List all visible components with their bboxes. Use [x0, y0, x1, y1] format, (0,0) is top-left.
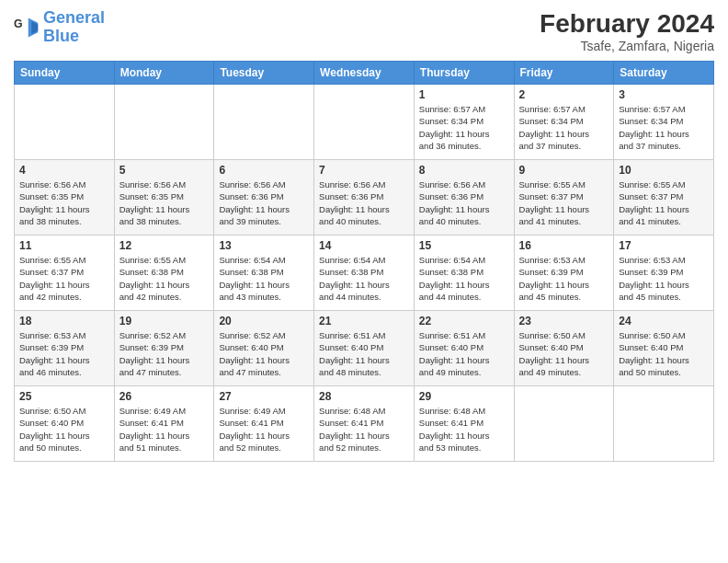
calendar-week-2: 4Sunrise: 6:56 AM Sunset: 6:35 PM Daylig…: [15, 160, 714, 236]
day-info: Sunrise: 6:50 AM Sunset: 6:40 PM Dayligh…: [619, 329, 709, 378]
day-number: 12: [119, 239, 210, 252]
day-number: 8: [419, 164, 509, 177]
day-number: 25: [19, 390, 109, 403]
calendar-cell: 4Sunrise: 6:56 AM Sunset: 6:35 PM Daylig…: [15, 160, 115, 236]
weekday-header-friday: Friday: [514, 62, 614, 85]
title-block: February 2024 Tsafe, Zamfara, Nigeria: [540, 9, 714, 53]
weekday-header-wednesday: Wednesday: [314, 62, 415, 85]
calendar-cell: 1Sunrise: 6:57 AM Sunset: 6:34 PM Daylig…: [414, 85, 514, 160]
day-number: 20: [219, 315, 309, 327]
calendar-cell: 5Sunrise: 6:56 AM Sunset: 6:35 PM Daylig…: [114, 160, 214, 236]
day-number: 4: [19, 164, 109, 177]
day-info: Sunrise: 6:57 AM Sunset: 6:34 PM Dayligh…: [619, 103, 709, 152]
day-info: Sunrise: 6:55 AM Sunset: 6:37 PM Dayligh…: [19, 254, 109, 303]
calendar-cell: 21Sunrise: 6:51 AM Sunset: 6:40 PM Dayli…: [314, 311, 415, 386]
calendar-cell: 11Sunrise: 6:55 AM Sunset: 6:37 PM Dayli…: [15, 236, 115, 311]
logo-icon: G: [14, 15, 40, 40]
day-info: Sunrise: 6:50 AM Sunset: 6:40 PM Dayligh…: [519, 329, 609, 378]
calendar-cell: 26Sunrise: 6:49 AM Sunset: 6:41 PM Dayli…: [114, 386, 214, 462]
day-number: 15: [419, 239, 509, 252]
calendar-cell: 6Sunrise: 6:56 AM Sunset: 6:36 PM Daylig…: [214, 160, 314, 236]
day-info: Sunrise: 6:54 AM Sunset: 6:38 PM Dayligh…: [419, 254, 509, 303]
calendar-cell: [314, 85, 415, 160]
day-info: Sunrise: 6:55 AM Sunset: 6:37 PM Dayligh…: [519, 178, 609, 227]
calendar-cell: 25Sunrise: 6:50 AM Sunset: 6:40 PM Dayli…: [15, 386, 115, 462]
day-info: Sunrise: 6:56 AM Sunset: 6:36 PM Dayligh…: [219, 178, 309, 227]
calendar-week-4: 18Sunrise: 6:53 AM Sunset: 6:39 PM Dayli…: [15, 311, 714, 386]
calendar-cell: 27Sunrise: 6:49 AM Sunset: 6:41 PM Dayli…: [214, 386, 314, 462]
day-number: 3: [619, 88, 709, 101]
day-info: Sunrise: 6:56 AM Sunset: 6:35 PM Dayligh…: [119, 178, 210, 227]
calendar-cell: 15Sunrise: 6:54 AM Sunset: 6:38 PM Dayli…: [414, 236, 514, 311]
calendar-table: SundayMondayTuesdayWednesdayThursdayFrid…: [14, 61, 714, 462]
day-info: Sunrise: 6:53 AM Sunset: 6:39 PM Dayligh…: [19, 329, 109, 378]
day-number: 9: [519, 164, 609, 177]
day-number: 28: [319, 390, 409, 403]
calendar-cell: 29Sunrise: 6:48 AM Sunset: 6:41 PM Dayli…: [414, 386, 514, 462]
day-number: 5: [119, 164, 210, 177]
calendar-cell: [15, 85, 115, 160]
weekday-header-sunday: Sunday: [15, 62, 115, 85]
logo-text: General Blue: [43, 9, 105, 46]
weekday-header-tuesday: Tuesday: [214, 62, 314, 85]
day-number: 11: [19, 239, 109, 252]
calendar-cell: 13Sunrise: 6:54 AM Sunset: 6:38 PM Dayli…: [214, 236, 314, 311]
calendar-cell: 14Sunrise: 6:54 AM Sunset: 6:38 PM Dayli…: [314, 236, 415, 311]
day-number: 10: [619, 164, 709, 177]
month-year-title: February 2024: [540, 9, 714, 39]
day-number: 21: [319, 315, 409, 327]
logo: G General Blue: [14, 9, 105, 46]
day-number: 16: [519, 239, 609, 252]
day-info: Sunrise: 6:48 AM Sunset: 6:41 PM Dayligh…: [319, 405, 409, 454]
day-number: 29: [419, 390, 509, 403]
day-info: Sunrise: 6:57 AM Sunset: 6:34 PM Dayligh…: [419, 103, 509, 152]
calendar-cell: 7Sunrise: 6:56 AM Sunset: 6:36 PM Daylig…: [314, 160, 415, 236]
day-number: 19: [119, 315, 210, 327]
day-info: Sunrise: 6:49 AM Sunset: 6:41 PM Dayligh…: [219, 405, 309, 454]
weekday-header-thursday: Thursday: [414, 62, 514, 85]
calendar-cell: 3Sunrise: 6:57 AM Sunset: 6:34 PM Daylig…: [614, 85, 714, 160]
day-number: 23: [519, 315, 609, 327]
day-number: 24: [619, 315, 709, 327]
day-number: 17: [619, 239, 709, 252]
day-info: Sunrise: 6:57 AM Sunset: 6:34 PM Dayligh…: [519, 103, 609, 152]
calendar-cell: 2Sunrise: 6:57 AM Sunset: 6:34 PM Daylig…: [514, 85, 614, 160]
day-info: Sunrise: 6:54 AM Sunset: 6:38 PM Dayligh…: [319, 254, 409, 303]
calendar-cell: 17Sunrise: 6:53 AM Sunset: 6:39 PM Dayli…: [614, 236, 714, 311]
calendar-cell: 16Sunrise: 6:53 AM Sunset: 6:39 PM Dayli…: [514, 236, 614, 311]
calendar-cell: [214, 85, 314, 160]
calendar-cell: [514, 386, 614, 462]
calendar-cell: 18Sunrise: 6:53 AM Sunset: 6:39 PM Dayli…: [15, 311, 115, 386]
weekday-header-saturday: Saturday: [614, 62, 714, 85]
day-info: Sunrise: 6:49 AM Sunset: 6:41 PM Dayligh…: [119, 405, 210, 454]
logo-line2: Blue: [43, 28, 105, 46]
calendar-cell: 23Sunrise: 6:50 AM Sunset: 6:40 PM Dayli…: [514, 311, 614, 386]
calendar-cell: 12Sunrise: 6:55 AM Sunset: 6:38 PM Dayli…: [114, 236, 214, 311]
calendar-cell: 22Sunrise: 6:51 AM Sunset: 6:40 PM Dayli…: [414, 311, 514, 386]
calendar-cell: 10Sunrise: 6:55 AM Sunset: 6:37 PM Dayli…: [614, 160, 714, 236]
day-number: 1: [419, 88, 509, 101]
day-number: 27: [219, 390, 309, 403]
calendar-week-5: 25Sunrise: 6:50 AM Sunset: 6:40 PM Dayli…: [15, 386, 714, 462]
day-number: 6: [219, 164, 309, 177]
calendar-cell: 28Sunrise: 6:48 AM Sunset: 6:41 PM Dayli…: [314, 386, 415, 462]
day-info: Sunrise: 6:54 AM Sunset: 6:38 PM Dayligh…: [219, 254, 309, 303]
calendar-cell: [614, 386, 714, 462]
calendar-cell: 24Sunrise: 6:50 AM Sunset: 6:40 PM Dayli…: [614, 311, 714, 386]
day-info: Sunrise: 6:53 AM Sunset: 6:39 PM Dayligh…: [519, 254, 609, 303]
day-info: Sunrise: 6:53 AM Sunset: 6:39 PM Dayligh…: [619, 254, 709, 303]
calendar-week-3: 11Sunrise: 6:55 AM Sunset: 6:37 PM Dayli…: [15, 236, 714, 311]
day-number: 18: [19, 315, 109, 327]
weekday-header-monday: Monday: [114, 62, 214, 85]
calendar-cell: 8Sunrise: 6:56 AM Sunset: 6:36 PM Daylig…: [414, 160, 514, 236]
calendar-cell: 9Sunrise: 6:55 AM Sunset: 6:37 PM Daylig…: [514, 160, 614, 236]
calendar-cell: 19Sunrise: 6:52 AM Sunset: 6:39 PM Dayli…: [114, 311, 214, 386]
header: G General Blue February 2024 Tsafe, Zamf…: [14, 9, 714, 53]
day-info: Sunrise: 6:55 AM Sunset: 6:37 PM Dayligh…: [619, 178, 709, 227]
day-info: Sunrise: 6:56 AM Sunset: 6:35 PM Dayligh…: [19, 178, 109, 227]
day-info: Sunrise: 6:52 AM Sunset: 6:39 PM Dayligh…: [119, 329, 210, 378]
day-info: Sunrise: 6:56 AM Sunset: 6:36 PM Dayligh…: [419, 178, 509, 227]
calendar-cell: 20Sunrise: 6:52 AM Sunset: 6:40 PM Dayli…: [214, 311, 314, 386]
calendar-cell: [114, 85, 214, 160]
day-info: Sunrise: 6:52 AM Sunset: 6:40 PM Dayligh…: [219, 329, 309, 378]
